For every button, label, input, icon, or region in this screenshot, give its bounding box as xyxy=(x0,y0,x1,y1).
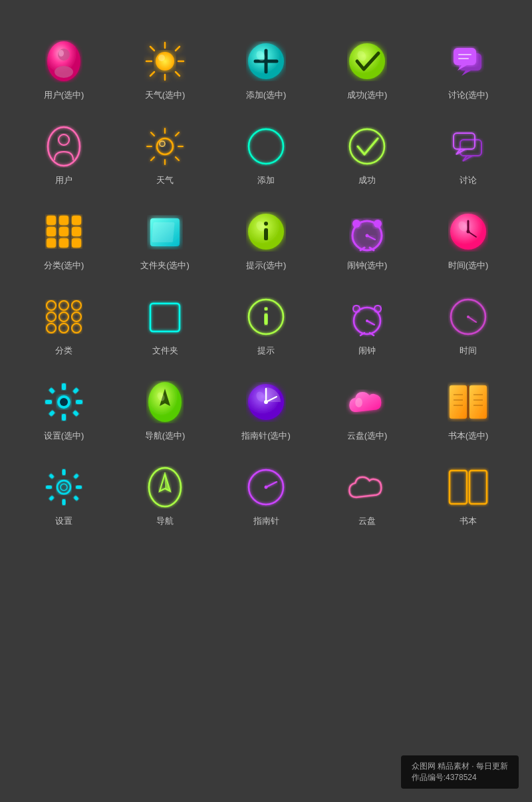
svg-rect-133 xyxy=(63,499,66,505)
weather-normal-icon xyxy=(144,125,186,168)
svg-rect-137 xyxy=(73,473,78,479)
folder-normal-cell: 文件夹 xyxy=(114,282,215,367)
info-selected-icon xyxy=(245,210,287,253)
svg-point-3 xyxy=(59,50,64,57)
svg-point-74 xyxy=(467,230,470,234)
chat-selected-label: 讨论(选中) xyxy=(448,89,489,101)
svg-point-18 xyxy=(349,43,385,79)
time-selected-cell: 时间(选中) xyxy=(418,197,519,282)
svg-point-26 xyxy=(48,127,80,166)
info-normal-icon xyxy=(245,296,287,338)
svg-rect-53 xyxy=(59,238,68,248)
svg-rect-106 xyxy=(45,400,52,404)
svg-marker-21 xyxy=(462,71,471,76)
info-selected-label: 提示(选中) xyxy=(246,260,287,272)
icon-grid: 用户(选中) xyxy=(13,27,519,538)
chat-normal-cell: 讨论 xyxy=(418,112,519,197)
category-normal-label: 分类 xyxy=(55,345,72,357)
user-normal-icon xyxy=(43,125,85,168)
book-selected-label: 书本(选中) xyxy=(448,430,489,442)
svg-rect-47 xyxy=(59,216,68,225)
time-normal-icon xyxy=(447,296,489,338)
folder-selected-label: 文件夹(选中) xyxy=(140,260,190,272)
weather-selected-label: 天气(选中) xyxy=(145,89,186,101)
check-normal-cell: 成功 xyxy=(317,112,418,197)
add-normal-cell: 添加 xyxy=(215,112,317,197)
svg-rect-48 xyxy=(72,216,81,225)
svg-point-68 xyxy=(366,234,369,238)
svg-line-9 xyxy=(176,72,180,76)
svg-rect-51 xyxy=(72,227,81,236)
svg-rect-108 xyxy=(49,387,55,394)
alarm-normal-icon xyxy=(346,296,388,338)
svg-rect-134 xyxy=(46,486,52,489)
check-normal-icon xyxy=(346,125,388,168)
weather-normal-cell: 天气 xyxy=(114,112,215,197)
svg-point-103 xyxy=(60,398,68,406)
check-normal-label: 成功 xyxy=(358,174,376,186)
svg-point-78 xyxy=(72,301,81,310)
chat-normal-label: 讨论 xyxy=(460,174,477,186)
book-normal-cell: 书本 xyxy=(418,453,519,538)
nav-selected-cell: 导航(选中) xyxy=(114,367,215,453)
chat-selected-icon xyxy=(447,40,489,83)
settings-normal-icon xyxy=(43,466,85,508)
svg-point-59 xyxy=(264,222,268,226)
check-selected-label: 成功(选中) xyxy=(347,89,388,101)
settings-normal-cell: 设置 xyxy=(13,453,114,538)
time-normal-label: 时间 xyxy=(460,345,477,357)
book-normal-icon xyxy=(447,466,489,508)
nav-normal-icon xyxy=(144,466,186,508)
folder-selected-cell: 文件夹(选中) xyxy=(114,197,215,282)
svg-rect-56 xyxy=(152,222,175,242)
svg-rect-22 xyxy=(454,48,476,65)
svg-point-131 xyxy=(61,484,67,491)
info-selected-cell: 提示(选中) xyxy=(215,197,317,282)
svg-line-8 xyxy=(150,47,154,51)
svg-rect-132 xyxy=(63,469,66,475)
add-selected-label: 添加(选中) xyxy=(246,89,287,101)
svg-point-82 xyxy=(47,323,56,333)
time-selected-label: 时间(选中) xyxy=(448,260,489,272)
book-selected-cell: 书本(选中) xyxy=(418,367,519,453)
check-selected-cell: 成功(选中) xyxy=(317,27,418,112)
user-selected-label: 用户(选中) xyxy=(44,89,84,101)
svg-rect-42 xyxy=(460,140,481,156)
svg-line-34 xyxy=(176,132,179,136)
svg-rect-136 xyxy=(49,473,54,479)
svg-rect-148 xyxy=(469,471,487,504)
svg-marker-43 xyxy=(463,156,472,161)
svg-point-79 xyxy=(47,312,56,321)
book-selected-icon xyxy=(447,381,489,423)
svg-line-11 xyxy=(150,72,154,76)
info-normal-cell: 提示 xyxy=(215,282,317,367)
svg-rect-139 xyxy=(73,495,78,501)
svg-point-76 xyxy=(47,301,56,310)
time-selected-icon xyxy=(447,210,489,253)
chat-normal-icon xyxy=(447,125,489,168)
svg-point-81 xyxy=(72,312,81,321)
compass-selected-label: 指南针(选中) xyxy=(241,430,291,442)
svg-point-80 xyxy=(59,312,68,321)
compass-selected-cell: 指南针(选中) xyxy=(215,367,317,453)
user-selected-cell: 用户(选中) xyxy=(13,27,114,112)
category-selected-icon xyxy=(43,210,85,253)
add-selected-cell: 添加(选中) xyxy=(215,27,317,112)
svg-point-88 xyxy=(265,307,268,311)
cloud-normal-label: 云盘 xyxy=(358,515,376,527)
svg-line-10 xyxy=(176,47,180,51)
alarm-selected-cell: 闹钟(选中) xyxy=(317,197,418,282)
svg-rect-44 xyxy=(454,133,475,149)
folder-normal-label: 文件夹 xyxy=(152,345,178,357)
compass-normal-cell: 指南针 xyxy=(215,453,317,538)
svg-rect-49 xyxy=(47,227,56,236)
svg-rect-46 xyxy=(47,216,56,225)
svg-point-27 xyxy=(59,134,69,145)
svg-rect-54 xyxy=(72,238,81,248)
cloud-selected-icon xyxy=(346,381,388,423)
svg-rect-104 xyxy=(62,383,66,390)
svg-point-13 xyxy=(158,55,165,61)
user-normal-cell: 用户 xyxy=(13,112,114,197)
svg-point-83 xyxy=(59,323,68,333)
svg-point-146 xyxy=(265,486,268,489)
